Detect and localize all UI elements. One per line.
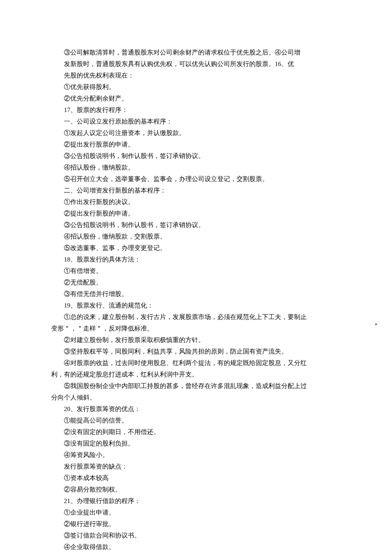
text-line: ③公司解散清算时，普通股股东对公司剩余财产的请求权位于优先股之后。④公司增 xyxy=(51,47,341,58)
text-line: ①总的说来，建立股份制，发行古片，发展股票市场，必须在规范化上下工夫，要制止 xyxy=(51,311,341,323)
text-line: 17、股票的发行程序： xyxy=(51,104,341,116)
text-line: 发新股时，普通股股东具有认购优先权，可以优先认购公司所发行的股票。16、优 xyxy=(51,58,341,70)
text-line: 21、办理银行借款的程序： xyxy=(51,495,341,507)
text-line: ④企业取得借款。 xyxy=(51,541,341,553)
text-line: 发行股票筹资的缺点： xyxy=(51,461,341,472)
text-line: 19、股票发行、流通的规范化： xyxy=(51,300,341,311)
text-line: ②无偿配股。 xyxy=(51,277,341,288)
text-line: ①优先获得股利。 xyxy=(51,81,341,93)
document-page: ③公司解散清算时，普通股股东对公司剩余财产的请求权位于优先股之后。④公司增 发新… xyxy=(0,0,392,555)
text-line: ④筹资风险小。 xyxy=(51,449,341,461)
text-line: ②对建立股份制，发行股票采取积极慎重的方针。 xyxy=(51,334,341,346)
text-line: ③签订借款合同和协议书。 xyxy=(51,530,341,541)
text-line: 20、发行股票筹资的优点： xyxy=(51,403,341,415)
text-line: ②没有固定的到期日，不用偿还。 xyxy=(51,426,341,438)
text-line: ①能提高公司的信誉。 xyxy=(51,415,341,426)
text-line-continuation: 利，有的还规定股息打进成本，红利从利润中开支。 xyxy=(51,369,341,380)
text-line-continuation: 变形＂，＂走样＂，反对降低标准。 xyxy=(51,323,341,334)
text-line-continuation: 分向个人倾斜。 xyxy=(51,392,341,403)
text-line: ①作出发行新股的决议。 xyxy=(51,196,341,208)
text-line: ③公告招股说明书，制作认股书，签订承销协议。 xyxy=(51,219,341,231)
text-line: ②提出发行新股的申请。 xyxy=(51,208,341,219)
text-line: ①有偿增资。 xyxy=(51,265,341,277)
text-line: 18、股票发行的具体方法： xyxy=(51,254,341,265)
text-line: ③有偿无偿并行增股。 xyxy=(51,288,341,300)
stray-quote-mark: ＂ xyxy=(373,320,379,332)
text-line: ②优先分配剩余财产。 xyxy=(51,93,341,104)
text-line: ①发起人议定公司注册资本，并认缴股款。 xyxy=(51,127,341,139)
text-line: ④对股票的收益，过去同时使用股息、红利两个提法，有的规定既给固定股息，又分红 xyxy=(51,357,341,369)
text-line: ②提出发行股票的申请。 xyxy=(51,139,341,150)
text-line: 先股的优先权利表现在： xyxy=(51,70,341,81)
text-line: ②银行进行审批。 xyxy=(51,518,341,530)
text-line: ⑤改选董事、监事，办理变更登记。 xyxy=(51,242,341,254)
text-line: ①企业提出申请。 xyxy=(51,507,341,518)
text-line: 二、公司增资发行新股的基本程序： xyxy=(51,185,341,196)
text-line: ④招认股份，缴纳股款。 xyxy=(51,162,341,173)
text-line: ⑤我国股份制企业中内部职工持股的甚多，曾经存在许多混乱现象，造成利益分配上过 xyxy=(51,380,341,392)
text-line: ①资本成本较高 xyxy=(51,472,341,484)
text-line: 一、公司设立发行原始股的基本程序： xyxy=(51,116,341,127)
text-line: ④招认股份，缴纳股款，交割股票。 xyxy=(51,231,341,242)
text-line: ③坚持股权平等，同股同利，利益共享，风险共担的原则，防止国有资产流失。 xyxy=(51,346,341,357)
text-line: ⑤召开创立大会，选举董事会、监事会，办理公司设立登记，交割股票。 xyxy=(51,173,341,185)
text-line: ③公告招股说明书，制作认股书，签订承销协议。 xyxy=(51,150,341,162)
text-line: ②容易分散控制权。 xyxy=(51,484,341,495)
text-line: ③没有固定的股利负担。 xyxy=(51,438,341,449)
